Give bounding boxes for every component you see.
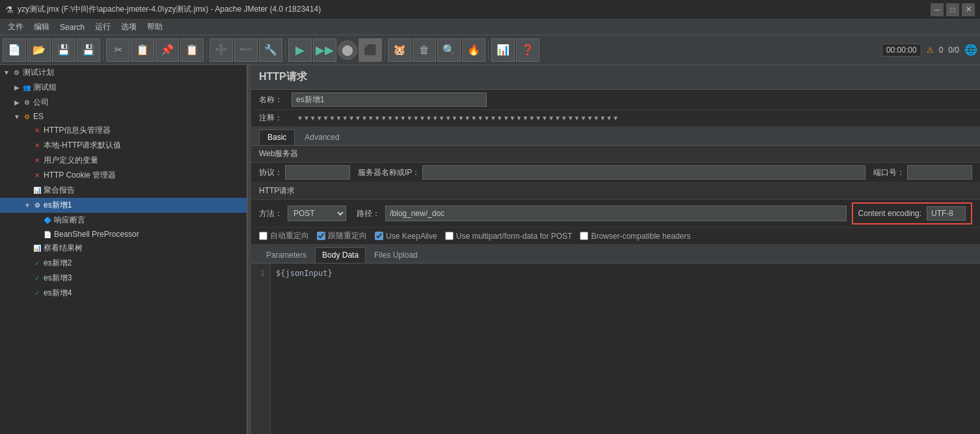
toolbar-clear[interactable]: 🗑 <box>413 38 436 62</box>
sidebar-item-es-add1[interactable]: ▼ ⚙ es新增1 <box>0 198 247 213</box>
tab-advanced[interactable]: Advanced <box>296 129 347 145</box>
minimize-button[interactable]: ─ <box>931 3 944 16</box>
protocol-input[interactable] <box>285 165 350 180</box>
sidebar-item-http-header[interactable]: ✕ HTTP信息头管理器 <box>0 123 247 138</box>
protocol-label: 协议： <box>259 167 282 178</box>
sidebar-item-cookie-manager[interactable]: ✕ HTTP Cookie 管理器 <box>0 168 247 183</box>
toolbar-add[interactable]: ➕ <box>210 38 233 62</box>
line-numbers: 1 <box>251 264 271 434</box>
comment-row: 注释： ▼▼▼▼▼▼▼▼▼▼▼▼▼▼▼▼▼▼▼▼▼▼▼▼▼▼▼▼▼▼▼▼▼▼▼▼… <box>251 110 980 127</box>
sidebar-item-test-plan[interactable]: ▼ ⚙ 测试计划 <box>0 65 247 80</box>
content-encoding-input[interactable] <box>927 206 966 221</box>
toolbar-save[interactable]: 💾 <box>52 38 75 62</box>
toolbar-clear-all[interactable]: 🔍 <box>437 38 461 62</box>
toolbar-separator-3 <box>285 40 286 60</box>
http-panel-title: HTTP请求 <box>251 65 980 90</box>
sidebar: ▼ ⚙ 测试计划 ▶ 👥 测试组 ▶ ⚙ 公司 ▼ ⚙ ES ✕ <box>0 65 247 434</box>
sidebar-item-aggregate[interactable]: 📊 聚合报告 <box>0 183 247 198</box>
sidebar-item-assertion[interactable]: 🔷 响应断言 <box>0 213 247 228</box>
server-label: 服务器名称或IP： <box>358 167 420 178</box>
toolbar-function-helper[interactable]: 📊 <box>491 38 515 62</box>
method-row: 方法： POST GET PUT DELETE 路径： Content enco… <box>251 200 980 228</box>
server-input[interactable] <box>422 165 865 180</box>
toolbar-remove[interactable]: ➖ <box>234 38 258 62</box>
content-encoding-box: Content encoding: <box>852 202 972 224</box>
expand-icon[interactable]: ▼ <box>23 202 31 209</box>
sidebar-item-es-add2[interactable]: ✓ es新增2 <box>0 256 247 271</box>
menu-edit[interactable]: 编辑 <box>29 20 55 34</box>
toolbar-templates[interactable]: 🐹 <box>388 38 411 62</box>
toolbar-new[interactable]: 📄 <box>3 38 26 62</box>
sidebar-item-es[interactable]: ▼ ⚙ ES <box>0 110 247 123</box>
sidebar-item-result-tree[interactable]: 📊 察看结果树 <box>0 241 247 256</box>
toolbar-warnings: 0 <box>939 46 944 55</box>
menu-help[interactable]: 帮助 <box>142 20 168 34</box>
sidebar-label: BeanShell PreProcessor <box>54 230 139 239</box>
expand-icon[interactable]: ▶ <box>13 99 21 106</box>
toolbar-separator-1 <box>103 40 103 60</box>
toolbar-remote[interactable]: 🔥 <box>462 38 485 62</box>
beanshell-icon: 📄 <box>43 230 52 239</box>
sidebar-label: 本地-HTTP请求默认值 <box>44 140 121 151</box>
sidebar-label: HTTP信息头管理器 <box>44 125 111 136</box>
menu-file[interactable]: 文件 <box>3 20 29 34</box>
sub-tab-files-upload[interactable]: Files Upload <box>367 247 425 263</box>
method-select[interactable]: POST GET PUT DELETE <box>288 206 346 221</box>
sub-tab-body-data[interactable]: Body Data <box>315 247 366 263</box>
expand-icon[interactable]: ▼ <box>13 113 21 120</box>
toolbar-help[interactable]: ❓ <box>516 38 539 62</box>
web-server-section-title: Web服务器 <box>251 146 980 163</box>
tab-bar: Basic Advanced <box>251 127 980 146</box>
result-tree-icon: 📊 <box>33 244 42 253</box>
toolbar-paste[interactable]: 📌 <box>156 38 179 62</box>
toolbar-start[interactable]: ▶ <box>288 38 312 62</box>
keep-alive-checkbox[interactable]: Use KeepAlive <box>375 232 437 241</box>
sidebar-label: 聚合报告 <box>44 185 75 196</box>
toolbar-cut[interactable]: ✂ <box>106 38 129 62</box>
expand-icon[interactable]: ▶ <box>13 84 21 91</box>
browser-headers-label: Browser-compatible headers <box>591 232 690 241</box>
menu-run[interactable]: 运行 <box>90 20 116 34</box>
multipart-checkbox[interactable]: Use multipart/form-data for POST <box>445 232 573 241</box>
content-area: HTTP请求 名称： 注释： ▼▼▼▼▼▼▼▼▼▼▼▼▼▼▼▼▼▼▼▼▼▼▼▼▼… <box>251 65 980 434</box>
browser-headers-checkbox[interactable]: Browser-compatible headers <box>580 232 690 241</box>
code-content: ${jsonInput} <box>276 269 333 278</box>
toolbar-stop-now[interactable]: ⬛ <box>359 38 382 62</box>
toolbar-toggle[interactable]: 🔧 <box>259 38 282 62</box>
toolbar-separator-4 <box>385 40 385 60</box>
tab-basic[interactable]: Basic <box>259 129 295 145</box>
sidebar-item-company[interactable]: ▶ ⚙ 公司 <box>0 95 247 110</box>
toolbar-stop[interactable]: ⬤ <box>338 40 357 60</box>
sidebar-item-es-add4[interactable]: ✓ es新增4 <box>0 286 247 301</box>
sidebar-item-http-defaults[interactable]: ✕ 本地-HTTP请求默认值 <box>0 138 247 153</box>
expand-icon[interactable]: ▼ <box>3 69 10 76</box>
toolbar-separator-5 <box>488 40 489 60</box>
sidebar-item-es-add3[interactable]: ✓ es新增3 <box>0 271 247 286</box>
code-area[interactable]: ${jsonInput} <box>271 264 980 434</box>
toolbar-start-nopauses[interactable]: ▶▶ <box>313 38 336 62</box>
comment-expand-icon[interactable]: ▼▼▼▼▼▼▼▼▼▼▼▼▼▼▼▼▼▼▼▼▼▼▼▼▼▼▼▼▼▼▼▼▼▼▼▼▼▼▼▼… <box>297 115 619 122</box>
port-label: 端口号： <box>873 167 905 178</box>
menu-search[interactable]: Search <box>55 21 90 33</box>
port-input[interactable] <box>907 165 972 180</box>
sub-tab-bar: Parameters Body Data Files Upload <box>251 245 980 264</box>
toolbar-expand[interactable]: 📋 <box>180 38 204 62</box>
name-input[interactable] <box>292 92 487 107</box>
sidebar-label: ES <box>33 112 44 121</box>
menu-options[interactable]: 选项 <box>116 20 142 34</box>
toolbar-save-as[interactable]: 💾 <box>77 38 100 62</box>
close-button[interactable]: ✕ <box>962 3 975 16</box>
sidebar-item-beanshell[interactable]: 📄 BeanShell PreProcessor <box>0 228 247 241</box>
path-input[interactable] <box>385 206 847 221</box>
sub-tab-parameters[interactable]: Parameters <box>259 247 314 263</box>
maximize-button[interactable]: □ <box>946 3 959 16</box>
auto-redirect-checkbox[interactable]: 自动重定向 <box>259 230 309 241</box>
sidebar-item-user-vars[interactable]: ✕ 用户定义的变量 <box>0 153 247 168</box>
sidebar-item-test-group[interactable]: ▶ 👥 测试组 <box>0 80 247 95</box>
checkboxes-row: 自动重定向 跟随重定向 Use KeepAlive Use multipart/… <box>251 228 980 245</box>
http-request-section-title: HTTP请求 <box>251 183 980 200</box>
toolbar-open[interactable]: 📂 <box>27 38 51 62</box>
toolbar-separator-2 <box>206 40 207 60</box>
follow-redirect-checkbox[interactable]: 跟随重定向 <box>317 230 367 241</box>
toolbar-copy[interactable]: 📋 <box>131 38 154 62</box>
